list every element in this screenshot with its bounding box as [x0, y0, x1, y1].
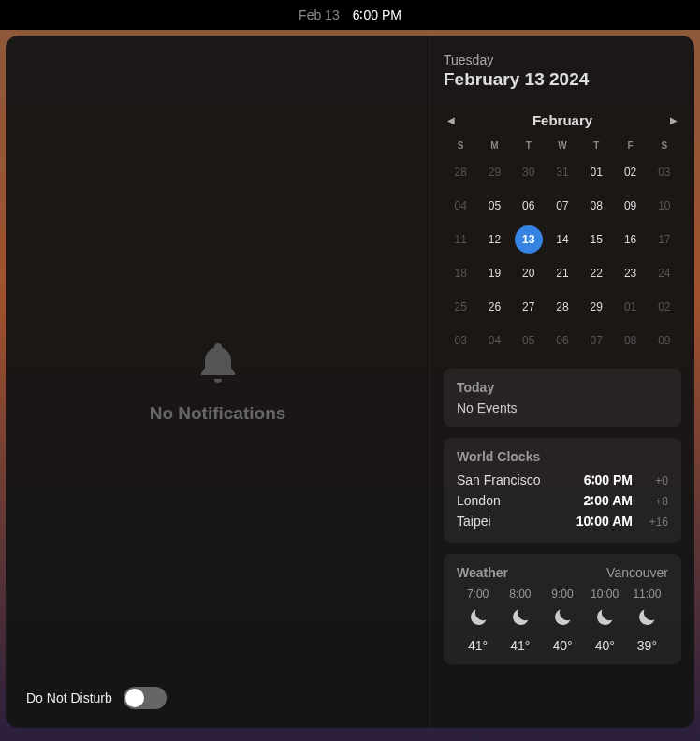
calendar-day[interactable]: 15 [582, 225, 610, 254]
calendar-day[interactable]: 29 [582, 293, 610, 321]
calendar-day[interactable]: 07 [582, 327, 610, 355]
calendar-weekday-header: T [512, 136, 546, 155]
weekday-label: Tuesday [444, 52, 681, 67]
fulldate-label: February 13 2024 [444, 69, 681, 90]
weather-title: Weather [457, 565, 508, 580]
clock-city: Taipei [457, 514, 576, 529]
world-clock-row: London2∶00 AM+8 [457, 490, 668, 511]
next-month-button[interactable]: ▶ [666, 113, 681, 128]
weather-hour-cell: 10:0040° [584, 588, 626, 653]
calendar-day[interactable]: 31 [548, 158, 576, 186]
events-card: Today No Events [444, 369, 681, 427]
calendar-day[interactable]: 09 [650, 327, 678, 355]
calendar-day[interactable]: 26 [480, 293, 508, 321]
calendar-month-label[interactable]: February [532, 112, 592, 128]
clock-city: London [457, 493, 583, 508]
world-clock-row: Taipei10∶00 AM+16 [457, 511, 668, 531]
world-clocks-card: World Clocks San Francisco6∶00 PM+0Londo… [444, 438, 681, 543]
no-notifications-label: No Notifications [150, 403, 286, 424]
calendar-day[interactable]: 16 [617, 225, 645, 254]
calendar-day[interactable]: 21 [548, 259, 576, 287]
weather-hour-label: 9:00 [551, 588, 573, 601]
calendar-day[interactable]: 11 [446, 225, 474, 254]
topbar-time[interactable]: 6∶00 PM [353, 7, 401, 22]
date-header: Tuesday February 13 2024 [444, 52, 681, 90]
world-clock-row: San Francisco6∶00 PM+0 [457, 470, 668, 490]
calendar-day[interactable]: 20 [515, 259, 543, 287]
calendar-day[interactable]: 13 [515, 225, 543, 254]
calendar-day[interactable]: 01 [617, 293, 645, 321]
calendar-day[interactable]: 28 [446, 158, 474, 186]
calendar-day[interactable]: 04 [446, 192, 474, 220]
clock-time: 10∶00 AM [576, 514, 633, 529]
moon-icon [509, 606, 532, 632]
calendar-day[interactable]: 09 [617, 192, 645, 220]
calendar-day[interactable]: 07 [548, 192, 576, 220]
calendar-weekday-header: M [477, 136, 511, 155]
weather-hour-label: 7:00 [467, 588, 489, 601]
calendar-day[interactable]: 06 [548, 327, 576, 355]
calendar-day[interactable]: 06 [515, 192, 543, 220]
calendar-day[interactable]: 02 [617, 158, 645, 186]
calendar-day[interactable]: 12 [480, 225, 508, 254]
weather-hour-label: 10:00 [591, 588, 619, 601]
weather-temp: 40° [595, 638, 615, 653]
calendar-day[interactable]: 01 [582, 158, 610, 186]
weather-forecast-row: 7:0041°8:0041°9:0040°10:0040°11:0039° [457, 588, 668, 653]
calendar-day[interactable]: 10 [650, 192, 678, 220]
bell-icon [196, 340, 241, 388]
clock-offset: +0 [640, 474, 668, 487]
calendar-day[interactable]: 05 [515, 327, 543, 355]
weather-header: Weather Vancouver [457, 565, 668, 580]
topbar-date[interactable]: Feb 13 [299, 7, 340, 22]
calendar-day[interactable]: 02 [650, 293, 678, 321]
clock-city: San Francisco [457, 472, 584, 487]
calendar-day[interactable]: 18 [446, 259, 474, 287]
weather-temp: 41° [510, 638, 530, 653]
calendar-weekday-header: T [579, 136, 613, 155]
calendar-nav: ◀ February ▶ [444, 112, 681, 128]
moon-icon [467, 606, 489, 632]
weather-hour-cell: 8:0041° [499, 588, 541, 653]
calendar-day[interactable]: 08 [582, 192, 610, 220]
calendar-day[interactable]: 23 [617, 259, 645, 287]
calendar-day[interactable]: 03 [650, 158, 678, 186]
moon-icon [551, 606, 574, 632]
world-clocks-list: San Francisco6∶00 PM+0London2∶00 AM+8Tai… [457, 470, 668, 531]
clock-offset: +16 [640, 516, 668, 529]
calendar-day[interactable]: 27 [515, 293, 543, 321]
calendar-day[interactable]: 25 [446, 293, 474, 321]
calendar-day[interactable]: 08 [617, 327, 645, 355]
calendar-day[interactable]: 04 [480, 327, 508, 355]
calendar-weekday-header: W [546, 136, 579, 155]
clock-time: 2∶00 AM [583, 493, 633, 508]
notification-calendar-panel: No Notifications Do Not Disturb Tuesday … [6, 36, 694, 728]
moon-icon [593, 606, 616, 632]
clock-time: 6∶00 PM [584, 472, 633, 487]
calendar-day[interactable]: 17 [650, 225, 678, 254]
calendar-day[interactable]: 14 [548, 225, 576, 254]
calendar-day[interactable]: 29 [480, 158, 508, 186]
calendar-day[interactable]: 22 [582, 259, 610, 287]
dnd-label: Do Not Disturb [26, 690, 112, 705]
world-clocks-title: World Clocks [457, 449, 668, 464]
weather-card: Weather Vancouver 7:0041°8:0041°9:0040°1… [444, 554, 681, 664]
calendar-day[interactable]: 19 [480, 259, 508, 287]
calendar-day[interactable]: 28 [548, 293, 576, 321]
calendar-day[interactable]: 24 [650, 259, 678, 287]
dnd-toggle-knob [125, 689, 144, 707]
calendar-day[interactable]: 03 [446, 327, 474, 355]
calendar-day[interactable]: 05 [480, 192, 508, 220]
events-title: Today [457, 380, 668, 395]
weather-temp: 39° [637, 638, 657, 653]
calendar-day[interactable]: 30 [515, 158, 543, 186]
calendar-weekday-header: S [648, 136, 681, 155]
calendar-weekday-header: F [613, 136, 647, 155]
weather-hour-cell: 9:0040° [541, 588, 583, 653]
top-bar: Feb 13 6∶00 PM [0, 0, 700, 30]
weather-hour-label: 8:00 [509, 588, 531, 601]
dnd-toggle[interactable] [124, 687, 167, 709]
prev-month-button[interactable]: ◀ [444, 113, 459, 128]
moon-icon [635, 606, 658, 632]
notifications-empty-state: No Notifications [6, 36, 430, 728]
